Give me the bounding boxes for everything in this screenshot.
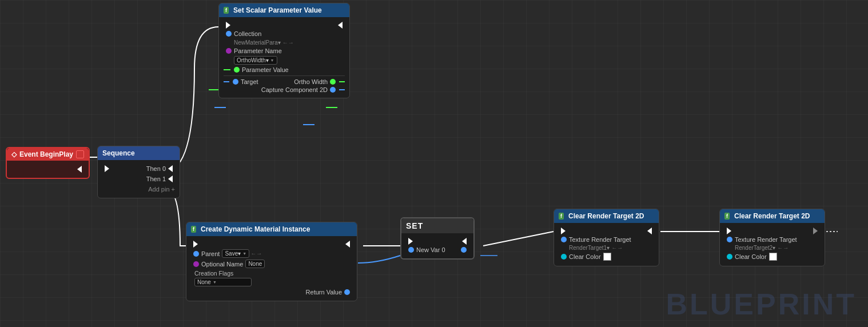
target-label: Target — [241, 78, 258, 85]
set-exec-out[interactable] — [462, 238, 467, 245]
clear-rt1-header: f Clear Render Target 2D — [554, 209, 659, 223]
optional-name-input[interactable]: None — [245, 260, 265, 268]
rt2-color-swatch[interactable] — [769, 253, 777, 261]
clear-rt2-title: Clear Render Target 2D — [734, 212, 810, 220]
collection-row: Collection — [224, 30, 345, 37]
set-scalar-exec-out[interactable] — [338, 22, 343, 29]
collection-pin[interactable] — [226, 31, 232, 37]
clear-rt2-func-icon: f — [724, 213, 730, 220]
target-pin[interactable] — [233, 79, 238, 85]
set-scalar-node: f Set Scalar Parameter Value Collection … — [218, 3, 350, 98]
new-var-in-pin[interactable] — [408, 247, 414, 253]
optional-name-label: Optional Name — [201, 261, 243, 268]
capture-pin[interactable] — [330, 87, 336, 93]
create-dmi-title: Create Dynamic Material Instance — [201, 225, 310, 233]
set-scalar-title: Set Scalar Parameter Value — [233, 6, 322, 14]
rt2-clear-color-label: Clear Color — [735, 253, 767, 260]
rt1-color-swatch[interactable] — [603, 253, 611, 261]
rt1-texture-label: Texture Render Target — [569, 236, 631, 243]
creation-flags-row: Creation Flags None — [191, 270, 352, 286]
sequence-pins-left — [102, 164, 139, 194]
clear-rt2-node: f Clear Render Target 2D Texture Render … — [719, 209, 825, 266]
clear-rt1-body: Texture Render Target RenderTarget1▾ ←→ … — [554, 223, 659, 266]
create-dmi-header: f Create Dynamic Material Instance — [186, 222, 357, 236]
rt2-texture-value: RenderTarget2▾ — [735, 245, 775, 251]
rt1-clear-color-pin[interactable] — [561, 254, 567, 260]
then1-label: Then 1 — [146, 176, 166, 182]
event-red-box — [76, 150, 84, 158]
event-begin-play-node: ◇ Event BeginPlay — [6, 147, 90, 179]
param-name-pin[interactable] — [226, 48, 232, 54]
new-var-row: New Var 0 — [406, 246, 469, 253]
sequence-header: Sequence — [98, 146, 180, 160]
sequence-body: Then 0 Then 1 Add pin + — [98, 160, 180, 198]
target-row: Target — [224, 78, 258, 85]
new-var-out-pin[interactable] — [461, 247, 467, 253]
rt1-texture-pin[interactable] — [561, 237, 567, 242]
clear-rt2-exec-out-arrow[interactable] — [813, 228, 818, 234]
optional-name-pin[interactable] — [193, 261, 199, 267]
optional-name-row: Optional Name None — [191, 260, 352, 268]
exec-out-row — [11, 166, 84, 173]
set-node: SET New Var 0 — [400, 217, 475, 260]
rt1-texture-row: Texture Render Target — [559, 236, 654, 243]
set-exec-in[interactable] — [408, 238, 413, 245]
creation-flags-label: Creation Flags — [194, 270, 352, 277]
creation-flags-dropdown[interactable]: None — [194, 278, 252, 286]
param-value-pin[interactable] — [234, 67, 240, 73]
param-name-row: Parameter Name — [224, 47, 345, 54]
clear-rt1-exec-in[interactable] — [561, 228, 566, 234]
return-value-row: Return Value — [191, 289, 352, 296]
add-pin-label[interactable]: Add pin + — [148, 186, 175, 193]
set-title: SET — [406, 221, 423, 230]
add-pin-row[interactable]: Add pin + — [148, 186, 175, 193]
blueprint-watermark: BLUEPRINT — [666, 287, 857, 321]
clear-rt1-title: Clear Render Target 2D — [568, 212, 644, 220]
parent-pin[interactable] — [193, 251, 199, 257]
then0-label: Then 0 — [146, 165, 166, 172]
set-scalar-body: Collection NewMaterialPara▾ ←→ Parameter… — [219, 17, 349, 98]
param-value-line — [224, 69, 230, 70]
parent-label: Parent — [201, 250, 220, 257]
clear-rt2-body: Texture Render Target RenderTarget2▾ ←→ … — [720, 223, 825, 266]
divider1 — [224, 75, 345, 76]
create-dmi-func-icon: f — [191, 226, 196, 233]
sequence-node: Sequence Then 0 Then 1 Add pin + — [97, 146, 180, 198]
capture-row: Capture Component 2D — [261, 86, 345, 93]
rt2-clear-color-row: Clear Color — [724, 253, 820, 261]
rt1-clear-color-row: Clear Color — [559, 253, 654, 261]
create-dmi-exec-in[interactable] — [193, 241, 198, 248]
set-header: SET — [401, 218, 473, 233]
rt2-texture-pin[interactable] — [727, 237, 732, 242]
rt1-texture-value: RenderTarget1▾ — [569, 245, 610, 251]
param-name-dropdown[interactable]: OrthoWidth▾ — [234, 56, 277, 65]
collection-value: NewMaterialPara▾ — [234, 39, 281, 46]
clear-rt2-header: f Clear Render Target 2D — [720, 209, 825, 223]
create-dmi-body: Parent Save▾ ←→ Optional Name None Creat… — [186, 236, 357, 301]
clear-rt1-node: f Clear Render Target 2D Texture Render … — [554, 209, 659, 266]
event-begin-play-header: ◇ Event BeginPlay — [7, 148, 89, 161]
then0-row: Then 0 — [146, 165, 175, 172]
collection-label: Collection — [234, 30, 261, 37]
return-value-pin[interactable] — [344, 289, 350, 295]
create-dmi-exec-out[interactable] — [345, 241, 350, 248]
ortho-label: Ortho Width — [294, 78, 328, 85]
rt2-clear-color-pin[interactable] — [727, 254, 732, 260]
exec-in-pin[interactable] — [105, 165, 109, 172]
sequence-title: Sequence — [102, 149, 135, 157]
parent-dropdown[interactable]: Save▾ — [222, 249, 249, 258]
capture-line — [339, 89, 345, 90]
param-name-label: Parameter Name — [234, 47, 282, 54]
then0-pin[interactable] — [168, 165, 173, 172]
clear-rt2-exec-in[interactable] — [727, 228, 731, 234]
ortho-pin[interactable] — [330, 79, 336, 85]
then1-pin[interactable] — [168, 176, 173, 182]
param-name-dropdown-row: OrthoWidth▾ — [234, 56, 345, 65]
target-line — [224, 81, 229, 82]
exec-out-pin[interactable] — [77, 166, 82, 173]
set-scalar-exec-in[interactable] — [226, 22, 230, 29]
set-scalar-header: f Set Scalar Parameter Value — [219, 3, 349, 17]
create-dmi-node: f Create Dynamic Material Instance Paren… — [186, 222, 357, 301]
clear-rt1-exec-out[interactable] — [647, 228, 652, 234]
rt2-texture-value-row: RenderTarget2▾ ←→ — [735, 245, 820, 251]
